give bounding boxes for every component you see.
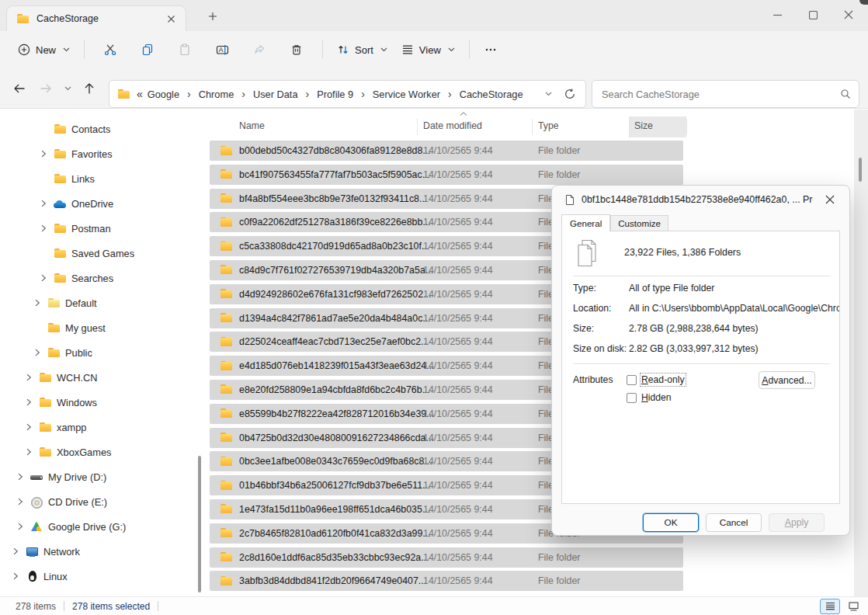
tree-item[interactable]: Links [0,166,203,191]
close-button[interactable] [831,0,866,30]
tree-item[interactable]: Saved Games [0,241,203,266]
address-dropdown-chevron[interactable] [537,83,559,105]
up-button[interactable] [76,76,102,101]
read-only-label[interactable]: Read-only [641,374,685,385]
tree-item[interactable]: WCH.CN [0,365,203,390]
column-divider[interactable] [532,119,533,135]
breadcrumb-bar[interactable]: « › Google › Chrome › User Data › Profil… [109,80,586,108]
hidden-checkbox[interactable] [627,393,637,403]
large-icons-view-button[interactable] [843,599,863,614]
sort-button[interactable]: Sort [330,38,394,61]
paste-button[interactable] [166,36,203,64]
read-only-checkbox[interactable] [627,375,637,385]
back-button[interactable] [6,76,33,101]
tree-item[interactable]: Network [0,539,203,564]
chevron-right-icon[interactable] [15,498,26,506]
copy-button[interactable] [129,36,166,64]
hidden-label[interactable]: Hidden [641,392,672,403]
tab-customize[interactable]: Customize [610,215,668,231]
breadcrumb-overflow[interactable]: « [137,88,143,100]
folder-icon [220,263,233,276]
chevron-right-icon[interactable] [10,547,21,555]
see-more-button[interactable] [477,36,505,64]
file-date-modified: 14/10/2565 9:44 [423,356,493,376]
new-tab-button[interactable] [204,8,221,25]
chevron-right-icon[interactable] [10,572,21,580]
sidebar-scrollbar-thumb[interactable] [198,456,201,592]
chevron-right-icon[interactable] [38,274,49,282]
chevron-right-icon[interactable] [38,150,49,158]
forward-button[interactable] [33,76,59,101]
size-on-disk-value: 2.82 GB (3,033,997,312 bytes) [629,341,839,356]
chevron-right-icon[interactable] [38,200,49,207]
tree-item[interactable]: Default [0,290,203,315]
maximize-button[interactable] [795,0,831,30]
share-button[interactable] [241,36,278,64]
chevron-right-icon[interactable] [15,473,26,481]
column-header-size[interactable]: Size [634,120,653,131]
column-divider[interactable] [629,119,630,135]
cut-button[interactable] [92,36,129,64]
search-box[interactable] [592,80,859,108]
search-icon[interactable] [840,89,851,99]
tab-close-icon[interactable] [162,10,179,27]
advanced-button[interactable]: Advanced... [759,371,815,389]
tree-item[interactable]: Windows [0,390,203,415]
delete-button[interactable] [278,36,315,64]
column-header-name[interactable]: Name [239,120,265,131]
dialog-close-icon[interactable] [820,189,840,210]
chevron-right-icon[interactable] [32,299,43,307]
breadcrumb-item[interactable]: Service Worker [371,86,442,102]
file-row-selected[interactable]: 3abfb3d84ddbd841f2db20f9664749e0407... 1… [210,571,683,591]
column-header-date-modified[interactable]: Date modified [423,120,482,131]
chevron-right-icon[interactable] [15,523,26,530]
tree-item[interactable]: Google Drive (G:) [0,514,203,539]
file-row-selected[interactable]: b00debd50c4327db8c804306fa89128e8d8... 1… [210,141,683,161]
new-button[interactable]: New [11,38,77,61]
search-input[interactable] [602,89,840,100]
list-scrollbar-thumb[interactable] [859,158,862,182]
tree-item[interactable]: Contacts [0,116,203,141]
column-header-type[interactable]: Type [538,120,559,131]
file-date-modified: 14/10/2565 9:44 [423,284,493,304]
chevron-right-icon[interactable] [23,398,34,406]
tree-item[interactable]: My Drive (D:) [0,464,203,489]
refresh-button[interactable] [559,83,581,105]
explorer-tab[interactable]: CacheStorage [6,5,186,31]
tree-item[interactable]: xampp [0,415,203,440]
breadcrumb-item[interactable]: CacheStorage [458,86,525,102]
tree-item[interactable]: Linux [0,564,203,589]
tab-general[interactable]: General [561,214,610,232]
breadcrumb-item[interactable]: Chrome [197,86,236,102]
breadcrumb-item[interactable]: Google [146,86,181,102]
chevron-right-icon[interactable] [32,349,43,356]
view-button[interactable]: View [394,38,462,61]
breadcrumb-item[interactable]: User Data [252,86,300,102]
column-divider[interactable] [417,119,418,135]
tree-item[interactable]: OneDrive [0,191,203,216]
chevron-right-icon[interactable] [38,224,49,232]
tree-item-label: Google Drive (G:) [48,521,126,533]
breadcrumb-item[interactable]: Profile 9 [315,86,355,102]
chevron-right-icon[interactable] [23,448,34,456]
tree-item[interactable]: Public [0,340,203,365]
ok-button[interactable]: OK [643,513,699,532]
size-on-disk-label: Size on disk: [573,341,627,356]
cancel-button[interactable]: Cancel [706,513,762,532]
file-row-selected[interactable]: 2c8d160e1ddf6ac85d35eb33cbbc93ec92a... 1… [210,547,683,568]
tree-item[interactable]: Searches [0,266,203,290]
recent-locations-chevron[interactable] [59,76,76,101]
file-row-selected[interactable]: bc41f907563455fa777faf7b503ac5f5905ac...… [210,165,683,185]
rename-button[interactable]: A [203,36,241,64]
tree-item[interactable]: CD Drive (E:) [0,489,203,514]
details-view-button[interactable] [820,599,840,614]
tree-item[interactable]: My guest [0,315,203,340]
tree-item[interactable]: Postman [0,216,203,241]
chevron-right-icon[interactable] [23,374,34,381]
tree-item[interactable]: XboxGames [0,440,203,464]
chevron-right-icon[interactable] [23,423,34,431]
file-type: File folder [538,547,580,568]
column-divider[interactable] [686,119,687,135]
tree-item[interactable]: Favorites [0,141,203,166]
minimize-button[interactable] [759,0,795,30]
